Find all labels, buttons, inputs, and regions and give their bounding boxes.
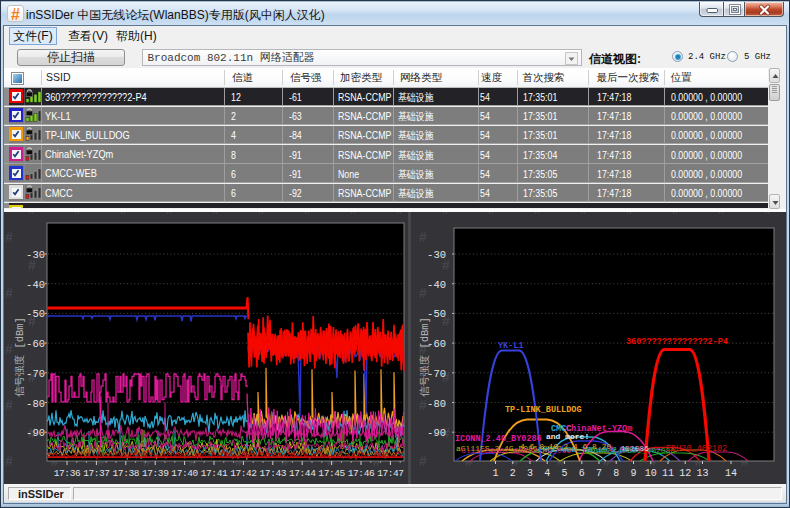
svg-text:11: 11 — [662, 468, 674, 479]
svg-text:17:40: 17:40 — [171, 468, 198, 479]
svg-text:信号强度 [dBm]: 信号强度 [dBm] — [419, 317, 431, 397]
svg-text:-80: -80 — [427, 398, 446, 410]
svg-text:7: 7 — [596, 468, 602, 479]
svg-text:13: 13 — [696, 468, 708, 479]
svg-text:17:44: 17:44 — [289, 468, 316, 479]
svg-text:YK-L1: YK-L1 — [498, 341, 524, 351]
svg-text:9: 9 — [630, 468, 636, 479]
svg-text:-30: -30 — [26, 249, 45, 261]
svg-text:-30: -30 — [427, 249, 446, 261]
svg-text:17:37: 17:37 — [83, 468, 110, 479]
svg-text:2: 2 — [510, 468, 516, 479]
svg-text:-80: -80 — [26, 398, 45, 410]
svg-text:17:42: 17:42 — [230, 468, 257, 479]
svg-text:17:41: 17:41 — [201, 468, 228, 479]
svg-text:_2_4_6_8: _2_4_6_8 — [603, 444, 643, 453]
svg-text:8: 8 — [613, 468, 619, 479]
svg-text:17:46: 17:46 — [348, 468, 375, 479]
svg-text:EDU30_402102: EDU30_402102 — [666, 444, 727, 454]
svg-text:-90: -90 — [427, 427, 446, 439]
svg-text:-40: -40 — [427, 279, 446, 291]
svg-text:5: 5 — [561, 468, 567, 479]
svg-text:6: 6 — [579, 468, 585, 479]
svg-text:-40: -40 — [26, 279, 45, 291]
svg-text:4: 4 — [544, 468, 550, 479]
svg-text:360?????????????2-P4: 360?????????????2-P4 — [626, 337, 728, 347]
svg-text:-50: -50 — [26, 308, 45, 320]
svg-text:TP-LINK_BULLDOG: TP-LINK_BULLDOG — [505, 405, 582, 415]
svg-text:10: 10 — [645, 468, 657, 479]
svg-text:-90: -90 — [26, 427, 45, 439]
svg-text:-60: -60 — [26, 338, 45, 350]
svg-text:3: 3 — [527, 468, 533, 479]
svg-text:信号强度 [dBm]: 信号强度 [dBm] — [14, 317, 26, 397]
svg-text:17:36: 17:36 — [54, 468, 81, 479]
svg-text:17:39: 17:39 — [142, 468, 169, 479]
svg-text:1: 1 — [492, 468, 498, 479]
svg-text:12: 12 — [679, 468, 691, 479]
svg-text:17:38: 17:38 — [113, 468, 140, 479]
svg-text:17:45: 17:45 — [318, 468, 345, 479]
svg-text:17:47: 17:47 — [377, 468, 404, 479]
svg-text:14: 14 — [725, 468, 737, 479]
svg-text:and more!: and more! — [546, 432, 589, 441]
svg-text:17:43: 17:43 — [260, 468, 287, 479]
svg-text:-70: -70 — [26, 368, 45, 380]
